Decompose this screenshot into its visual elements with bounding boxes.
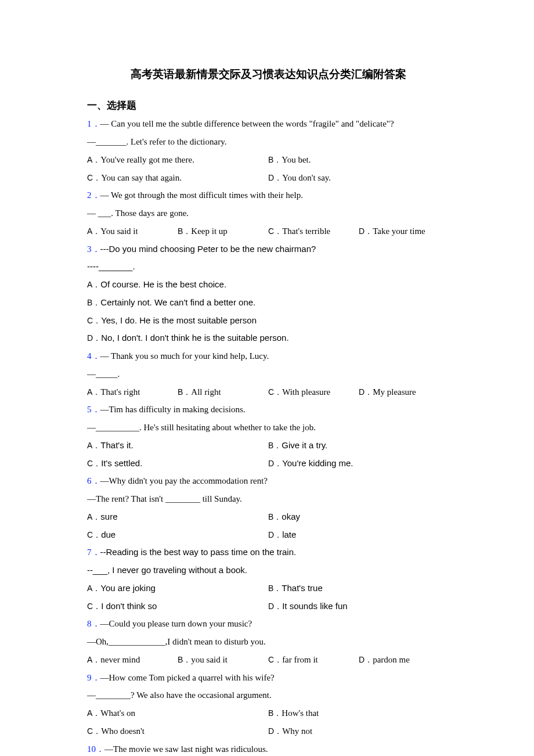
option[interactable]: D．late xyxy=(268,526,449,544)
option-label: C． xyxy=(87,173,101,182)
option[interactable]: A．That's right xyxy=(87,383,178,401)
option-label: C． xyxy=(87,316,101,325)
option[interactable]: B．Give it a try. xyxy=(268,437,449,455)
option[interactable]: C．I don't think so xyxy=(87,597,268,615)
option[interactable]: C．That's terrible xyxy=(268,222,359,240)
option[interactable]: B．All right xyxy=(178,383,268,401)
option[interactable]: B．okay xyxy=(268,508,449,526)
option-text: It sounds like fun xyxy=(282,601,348,611)
page-title: 高考英语最新情景交际及习惯表达知识点分类汇编附答案 xyxy=(87,64,449,85)
option-label: B． xyxy=(178,655,191,664)
option-text: My pleasure xyxy=(373,387,416,397)
question-text: ---Do you mind choosing Peter to be the … xyxy=(100,244,316,254)
option[interactable]: A．You are joking xyxy=(87,579,268,597)
option[interactable]: B．You bet. xyxy=(268,151,449,169)
option[interactable]: D．No, I don't. I don't think he is the s… xyxy=(87,329,449,347)
question-stem: 2．— We got through the most difficult ti… xyxy=(87,186,449,204)
option[interactable]: D．You don't say. xyxy=(268,169,449,187)
question-stem: 3．---Do you mind choosing Peter to be th… xyxy=(87,240,449,258)
option[interactable]: A．What's on xyxy=(87,704,268,722)
option-label: C． xyxy=(87,530,101,539)
question-stem-cont: —Oh,_____________,I didn't mean to distu… xyxy=(87,633,449,651)
option[interactable]: D．pardon me xyxy=(359,651,449,669)
options-row: A．never mindB．you said itC．far from itD．… xyxy=(87,651,449,669)
option[interactable]: D．It sounds like fun xyxy=(268,597,449,615)
option-text: Take your time xyxy=(373,226,425,236)
option[interactable]: C．due xyxy=(87,526,268,544)
question-number: 6． xyxy=(87,476,100,485)
option[interactable]: B．How's that xyxy=(268,704,449,722)
option-text: With pleasure xyxy=(282,387,330,397)
option[interactable]: A．Of course. He is the best choice. xyxy=(87,276,449,294)
question-text: —_____. xyxy=(87,369,120,379)
question-number: 4． xyxy=(87,351,100,361)
option-label: D． xyxy=(268,726,282,736)
option-label: D． xyxy=(268,459,282,468)
option[interactable]: D．You're kidding me. xyxy=(268,455,449,473)
question-number: 2． xyxy=(87,190,100,200)
options-row: A．You are jokingB．That's trueC．I don't t… xyxy=(87,579,449,615)
option-label: D． xyxy=(268,602,282,611)
questions-list: 1．— Can you tell me the subtle differenc… xyxy=(87,115,449,756)
option-text: You're kidding me. xyxy=(282,458,353,468)
option-text: It's settled. xyxy=(101,458,142,468)
option[interactable]: C．Yes, I do. He is the most suitable per… xyxy=(87,312,449,330)
question-text: —__________. He's still hesitating about… xyxy=(87,423,316,432)
option[interactable]: C．far from it xyxy=(268,651,359,669)
option[interactable]: A．That's it. xyxy=(87,437,268,455)
option-text: That's right xyxy=(100,387,140,397)
option[interactable]: C．You can say that again. xyxy=(87,169,268,187)
option[interactable]: A．You said it xyxy=(87,222,178,240)
section-header: 一、选择题 xyxy=(87,96,449,115)
question-text: —The movie we saw last night was ridicul… xyxy=(104,744,268,754)
option-text: far from it xyxy=(282,655,318,664)
option-label: B． xyxy=(87,298,100,307)
option-label: D． xyxy=(268,173,282,182)
option[interactable]: C．With pleasure xyxy=(268,383,359,401)
option-text: You are joking xyxy=(100,583,156,593)
option-text: I don't think so xyxy=(101,601,157,611)
option-label: B． xyxy=(178,226,191,236)
option[interactable]: D．My pleasure xyxy=(359,383,449,401)
option[interactable]: B．That's true xyxy=(268,579,449,597)
option[interactable]: A．sure xyxy=(87,508,268,526)
question-stem-cont: —_____. xyxy=(87,365,449,383)
option-text: you said it xyxy=(191,655,228,664)
question-stem-cont: —_______. Let's refer to the dictionary. xyxy=(87,133,449,151)
option-label: B． xyxy=(268,584,282,593)
question-stem: 7．--Reading is the best way to pass time… xyxy=(87,543,449,561)
options-row: A．That's it.B．Give it a try.C．It's settl… xyxy=(87,437,449,473)
option-label: A． xyxy=(87,226,100,236)
option[interactable]: B．Certainly not. We can't find a better … xyxy=(87,294,449,312)
option[interactable]: D．Why not xyxy=(268,722,449,740)
question-text: — We got through the most difficult time… xyxy=(100,190,303,200)
question-stem: 5．—Tim has difficulty in making decision… xyxy=(87,401,449,419)
option-label: A． xyxy=(87,155,100,164)
question-text: --Reading is the best way to pass time o… xyxy=(100,547,297,557)
option-label: D． xyxy=(359,387,373,397)
option-text: You can say that again. xyxy=(101,173,182,182)
option-text: pardon me xyxy=(373,655,410,664)
option-label: C． xyxy=(268,387,282,397)
option[interactable]: C．It's settled. xyxy=(87,455,268,473)
question-text: ----_______. xyxy=(87,261,135,271)
option[interactable]: A．never mind xyxy=(87,651,178,669)
option[interactable]: B．you said it xyxy=(178,651,268,669)
question-stem: 4．— Thank you so much for your kind help… xyxy=(87,347,449,365)
question-text: —________? We also have the occasional a… xyxy=(87,690,272,700)
option-label: C． xyxy=(268,655,282,664)
option-text: That's true xyxy=(282,583,322,593)
options-row: A．sureB．okayC．dueD．late xyxy=(87,508,449,544)
option[interactable]: A．You've really got me there. xyxy=(87,151,268,169)
option-text: sure xyxy=(100,512,117,521)
option[interactable]: B．Keep it up xyxy=(178,222,268,240)
question-stem-cont: —________? We also have the occasional a… xyxy=(87,686,449,704)
question-stem-cont: ----_______. xyxy=(87,258,449,276)
option-text: Of course. He is the best choice. xyxy=(100,279,226,289)
question-number: 1． xyxy=(87,119,100,128)
option-label: C． xyxy=(87,459,101,468)
option[interactable]: D．Take your time xyxy=(359,222,449,240)
option-label: A． xyxy=(87,512,100,521)
options-row: A．You've really got me there.B．You bet.C… xyxy=(87,151,449,187)
option[interactable]: C．Who doesn't xyxy=(87,722,268,740)
